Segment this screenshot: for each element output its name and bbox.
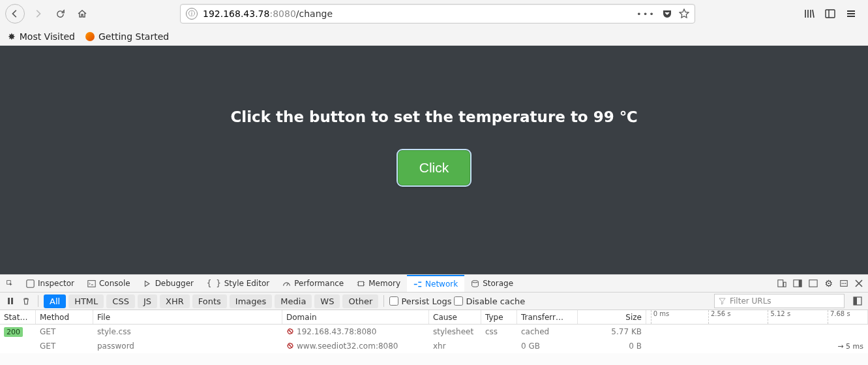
network-row[interactable]: GET password 🛇www.seediot32.com:8080 xhr…: [0, 339, 868, 353]
bookmark-label: Getting Started: [98, 31, 169, 42]
devtools-more-icon[interactable]: [839, 279, 848, 288]
filter-images[interactable]: Images: [230, 294, 273, 308]
tab-inspector[interactable]: Inspector: [20, 275, 81, 292]
dock-window-icon[interactable]: [809, 279, 818, 288]
tab-memory[interactable]: Memory: [350, 275, 407, 292]
tab-network[interactable]: Network: [407, 275, 464, 292]
page-actions-icon[interactable]: •••: [636, 9, 655, 19]
pause-icon[interactable]: [4, 294, 17, 308]
har-icon[interactable]: [851, 294, 864, 308]
waterfall-tick: 2.56 s: [708, 310, 731, 324]
col-size[interactable]: Size: [578, 310, 646, 324]
placeholder-text: Filter URLs: [730, 296, 771, 306]
svg-line-5: [287, 283, 288, 285]
cell-transferred: 0 GB: [517, 339, 578, 353]
filter-other[interactable]: Other: [342, 294, 378, 308]
cell-transferred: cached: [517, 325, 578, 339]
svg-rect-0: [826, 10, 835, 18]
bookmarks-bar: ✸ Most Visited Getting Started: [0, 27, 868, 46]
bookmark-star-icon[interactable]: [679, 8, 689, 19]
app-menu-icon[interactable]: [846, 8, 856, 19]
svg-point-15: [842, 283, 843, 284]
cell-waterfall: [646, 325, 868, 339]
tab-label: Inspector: [38, 279, 74, 288]
dock-side-icon[interactable]: [793, 279, 802, 288]
filter-fonts[interactable]: Fonts: [192, 294, 227, 308]
funnel-icon: [719, 298, 726, 305]
tab-debugger[interactable]: Debugger: [137, 275, 200, 292]
insecure-icon: 🛇: [286, 341, 294, 351]
browser-toolbar: ⓘ 192.168.43.78:8080/change •••: [0, 0, 868, 27]
col-transferred[interactable]: Transferr…: [517, 310, 578, 324]
insecure-icon: 🛇: [286, 327, 294, 336]
bookmark-getting-started[interactable]: Getting Started: [85, 31, 169, 42]
col-waterfall[interactable]: 0 ms 2.56 s 5.12 s 7.68 s: [646, 310, 868, 324]
reload-button[interactable]: [51, 5, 69, 23]
filter-css[interactable]: CSS: [106, 294, 135, 308]
svg-rect-6: [359, 281, 364, 286]
checkbox-label: Persist Logs: [401, 296, 451, 306]
home-button[interactable]: [73, 5, 91, 23]
waterfall-tick: 5.12 s: [768, 310, 790, 324]
waterfall-tick: 0 ms: [651, 310, 670, 324]
svg-rect-11: [799, 280, 801, 287]
tab-label: Debugger: [155, 279, 194, 288]
page-heading: Click the button to set the temperature …: [230, 108, 637, 125]
network-toolbar: All HTML CSS JS XHR Fonts Images Media W…: [0, 293, 868, 310]
col-type[interactable]: Type: [481, 310, 517, 324]
tab-console[interactable]: Console: [81, 275, 137, 292]
waterfall-tick: 7.68 s: [828, 310, 850, 324]
filter-js[interactable]: JS: [138, 294, 157, 308]
tab-label: Storage: [483, 279, 513, 288]
cell-domain: www.seediot32.com:8080: [297, 341, 398, 351]
tab-label: Performance: [294, 279, 344, 288]
col-cause[interactable]: Cause: [429, 310, 481, 324]
bookmark-label: Most Visited: [20, 31, 75, 42]
clear-icon[interactable]: [20, 294, 33, 308]
cell-type: [481, 339, 517, 353]
col-file[interactable]: File: [93, 310, 282, 324]
cell-method: GET: [36, 339, 93, 353]
click-button[interactable]: Click: [398, 150, 471, 185]
responsive-design-icon[interactable]: [777, 279, 786, 288]
bookmark-most-visited[interactable]: ✸ Most Visited: [8, 31, 75, 42]
svg-point-14: [843, 283, 845, 284]
filter-media[interactable]: Media: [275, 294, 312, 308]
cell-cause: stylesheet: [429, 325, 481, 339]
cell-file: style.css: [93, 325, 282, 339]
svg-rect-18: [11, 298, 13, 304]
back-button[interactable]: [5, 4, 25, 24]
devtools-close-icon[interactable]: [855, 279, 863, 287]
site-info-icon[interactable]: ⓘ: [186, 8, 198, 20]
filter-ws[interactable]: WS: [314, 294, 340, 308]
devtools-settings-icon[interactable]: ⚙: [824, 278, 833, 289]
filter-urls-input[interactable]: Filter URLs: [714, 294, 845, 308]
forward-button[interactable]: [29, 5, 47, 23]
gear-icon: ✸: [8, 31, 16, 42]
svg-rect-4: [88, 280, 95, 287]
col-status[interactable]: Stat…: [0, 310, 36, 324]
svg-rect-3: [27, 279, 34, 287]
cell-file: password: [93, 339, 282, 353]
tab-storage[interactable]: Storage: [464, 275, 520, 292]
tab-label: Style Editor: [224, 279, 269, 288]
network-row[interactable]: 200 GET style.css 🛇192.168.43.78:8080 st…: [0, 325, 868, 339]
library-icon[interactable]: [804, 8, 815, 19]
cell-size: 5.77 KB: [578, 325, 646, 339]
devtools-pick-element-icon[interactable]: [0, 275, 20, 292]
col-domain[interactable]: Domain: [282, 310, 429, 324]
tab-performance[interactable]: Performance: [276, 275, 350, 292]
svg-point-7: [472, 280, 479, 282]
filter-xhr[interactable]: XHR: [160, 294, 190, 308]
status-badge: 200: [4, 327, 23, 337]
sidebars-icon[interactable]: [825, 8, 835, 19]
url-bar[interactable]: ⓘ 192.168.43.78:8080/change •••: [180, 4, 695, 24]
cell-waterfall: → 5 ms: [646, 339, 868, 353]
pocket-icon[interactable]: [662, 8, 672, 19]
col-method[interactable]: Method: [36, 310, 93, 324]
persist-logs-checkbox[interactable]: Persist Logs: [389, 296, 451, 306]
filter-html[interactable]: HTML: [68, 294, 104, 308]
disable-cache-checkbox[interactable]: Disable cache: [454, 296, 525, 306]
tab-style-editor[interactable]: { } Style Editor: [200, 275, 276, 292]
filter-all[interactable]: All: [44, 294, 66, 308]
